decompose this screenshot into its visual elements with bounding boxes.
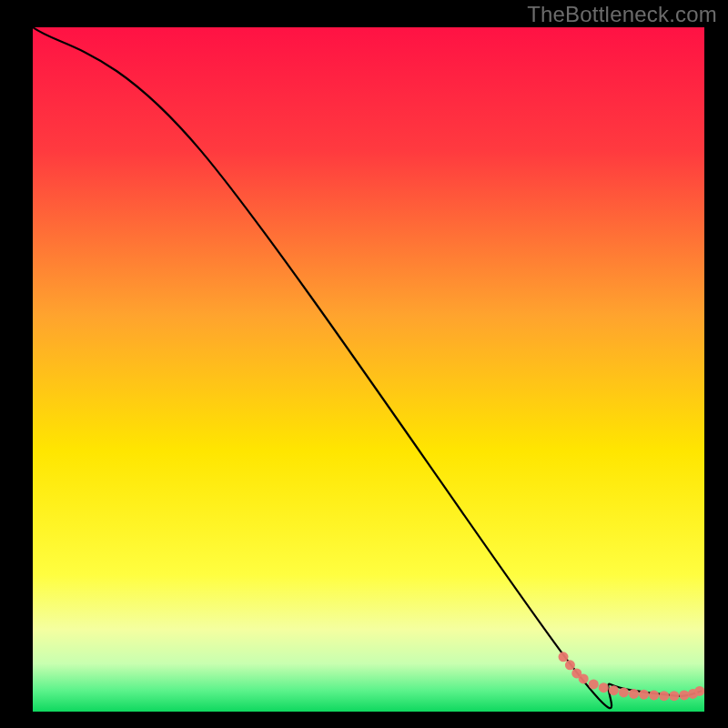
chart-frame: TheBottleneck.com [0, 0, 728, 728]
data-point-marker [609, 685, 619, 695]
data-point-marker [669, 691, 679, 701]
data-point-marker [559, 652, 569, 662]
data-point-marker [629, 689, 639, 699]
heat-gradient-background [33, 27, 704, 712]
data-point-marker [619, 687, 629, 697]
data-point-marker [679, 690, 689, 700]
data-point-marker [659, 691, 669, 701]
watermark-text: TheBottleneck.com [527, 2, 717, 27]
data-point-marker [694, 686, 704, 696]
data-point-marker [565, 660, 575, 670]
plot-area [33, 27, 704, 712]
data-point-marker [579, 673, 589, 683]
data-point-marker [649, 690, 659, 700]
bottleneck-chart [33, 27, 704, 712]
data-point-marker [599, 682, 609, 693]
data-point-marker [589, 679, 599, 689]
data-point-marker [639, 690, 649, 700]
